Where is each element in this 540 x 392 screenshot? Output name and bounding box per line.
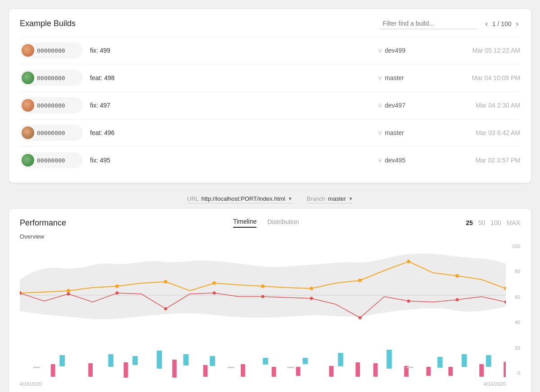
count-50[interactable]: 50: [478, 219, 486, 226]
url-selector[interactable]: URL http://localhost:PORT/index.html ▼: [187, 195, 292, 203]
pagination: ‹ 1 / 100 ›: [484, 19, 520, 29]
url-branch-row: URL http://localhost:PORT/index.html ▼ B…: [9, 190, 531, 209]
branch-name: dev497: [385, 102, 405, 109]
y-label-80: 80: [509, 269, 520, 274]
svg-rect-29: [263, 358, 268, 365]
build-message: feat: 496: [90, 129, 371, 136]
url-dropdown-icon: ▼: [288, 196, 292, 201]
date-end: 4/16/2020: [484, 381, 506, 387]
svg-rect-51: [504, 362, 506, 377]
build-message: fix: 495: [90, 157, 371, 164]
builds-list: 00000000 fix: 499 ⑂ dev499 Mar 05 12:22 …: [20, 36, 520, 174]
branch-name: dev499: [385, 47, 405, 54]
build-date: Mar 04 2:30 AM: [448, 102, 520, 109]
next-page-button[interactable]: ›: [514, 19, 520, 29]
svg-point-10: [455, 274, 459, 278]
build-message: fix: 497: [90, 102, 371, 109]
build-hash: 00000000: [37, 75, 65, 81]
builds-header: Example Builds ‹ 1 / 100 ›: [20, 18, 520, 29]
build-id-badge: 00000000: [20, 42, 83, 59]
url-label: URL: [187, 195, 199, 202]
svg-rect-44: [329, 366, 333, 377]
count-100[interactable]: 100: [490, 219, 501, 226]
build-date: Mar 04 10:09 PM: [448, 74, 520, 81]
build-branch-area: ⑂ dev495: [378, 157, 441, 164]
svg-rect-30: [302, 358, 308, 364]
builds-title: Example Builds: [20, 19, 76, 28]
build-row[interactable]: 00000000 fix: 495 ⑂ dev495 Mar 02 3:57 P…: [20, 146, 520, 174]
avatar: [22, 154, 34, 167]
build-hash: 00000000: [37, 47, 65, 54]
branch-icon: ⑂: [378, 47, 382, 54]
svg-rect-55: [406, 367, 414, 368]
build-branch-area: ⑂ master: [378, 74, 441, 82]
svg-point-5: [212, 281, 216, 285]
svg-rect-52: [33, 367, 40, 368]
pagination-label: 1 / 100: [492, 20, 512, 27]
url-value: http://localhost:PORT/index.html: [202, 195, 285, 202]
svg-rect-36: [51, 364, 55, 377]
perf-title: Performance: [20, 218, 66, 228]
tab-distribution[interactable]: Distribution: [267, 218, 299, 227]
avatar: [22, 44, 34, 57]
svg-rect-39: [172, 360, 177, 378]
svg-rect-27: [183, 354, 189, 365]
chart-section: Overview: [20, 233, 520, 387]
svg-rect-34: [462, 354, 467, 367]
svg-point-14: [116, 292, 119, 295]
svg-rect-50: [479, 364, 484, 377]
svg-rect-37: [88, 363, 93, 377]
svg-point-19: [359, 316, 362, 320]
filter-input[interactable]: [379, 18, 478, 29]
branch-name: master: [385, 74, 404, 81]
build-date: Mar 02 3:57 PM: [448, 157, 520, 164]
perf-counts: 25 50 100 MAX: [466, 219, 520, 226]
svg-point-7: [310, 287, 313, 290]
builds-filter-area: ‹ 1 / 100 ›: [379, 18, 520, 29]
svg-point-6: [261, 284, 265, 288]
line-chart: [20, 243, 506, 342]
build-row[interactable]: 00000000 feat: 496 ⑂ master Mar 03 6:42 …: [20, 119, 520, 146]
svg-point-17: [261, 295, 265, 298]
branch-name: master: [385, 129, 404, 136]
chart-overview-label: Overview: [20, 233, 520, 240]
branch-selector[interactable]: Branch master ▼: [307, 195, 353, 203]
build-row[interactable]: 00000000 feat: 498 ⑂ master Mar 04 10:09…: [20, 64, 520, 91]
tab-timeline[interactable]: Timeline: [233, 218, 256, 228]
svg-rect-49: [448, 367, 453, 376]
svg-point-16: [213, 292, 216, 295]
date-start: 4/16/2020: [20, 381, 42, 387]
svg-rect-35: [486, 355, 491, 367]
count-25[interactable]: 25: [466, 219, 473, 226]
build-id-badge: 00000000: [20, 70, 83, 86]
performance-card: Performance Timeline Distribution 25 50 …: [9, 209, 531, 392]
build-hash: 00000000: [37, 157, 65, 164]
prev-page-button[interactable]: ‹: [484, 19, 490, 29]
svg-point-3: [115, 284, 119, 288]
build-hash: 00000000: [37, 102, 65, 109]
svg-rect-48: [426, 367, 431, 376]
build-message: feat: 498: [90, 74, 371, 81]
avatar: [22, 72, 34, 84]
svg-rect-33: [437, 357, 443, 368]
svg-rect-53: [227, 367, 234, 368]
branch-name: dev495: [385, 157, 405, 164]
svg-rect-23: [59, 355, 65, 366]
svg-point-2: [67, 289, 70, 293]
svg-rect-26: [157, 351, 162, 369]
branch-icon: ⑂: [378, 157, 382, 164]
svg-point-4: [164, 280, 167, 284]
build-row[interactable]: 00000000 fix: 499 ⑂ dev499 Mar 05 12:22 …: [20, 36, 520, 64]
branch-icon: ⑂: [378, 74, 382, 82]
svg-point-18: [310, 297, 313, 300]
build-row[interactable]: 00000000 fix: 497 ⑂ dev497 Mar 04 2:30 A…: [20, 91, 520, 119]
perf-header: Performance Timeline Distribution 25 50 …: [20, 218, 520, 228]
count-max[interactable]: MAX: [507, 219, 520, 226]
svg-rect-31: [338, 353, 343, 366]
svg-rect-42: [272, 367, 276, 377]
y-label-20: 20: [509, 345, 520, 351]
svg-rect-45: [356, 362, 360, 377]
y-label-40: 40: [509, 320, 520, 325]
svg-rect-41: [241, 364, 245, 377]
svg-rect-54: [287, 367, 294, 368]
